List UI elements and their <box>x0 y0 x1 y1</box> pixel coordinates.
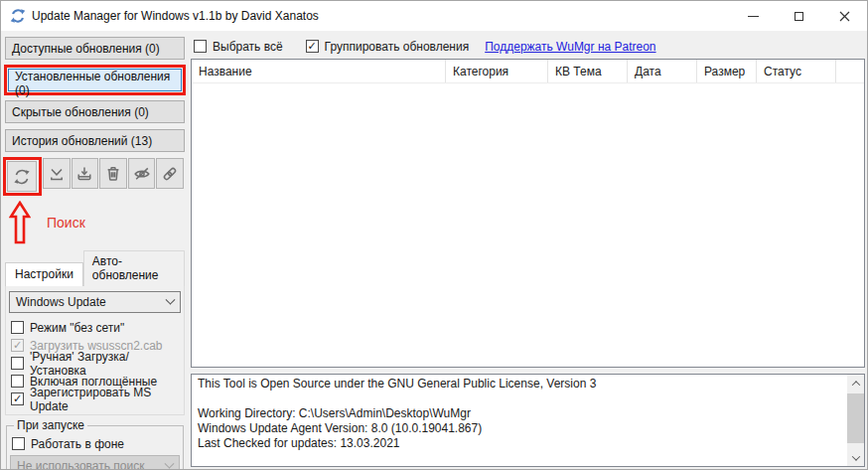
checkbox[interactable] <box>11 321 24 334</box>
annotation-box-refresh <box>3 157 42 196</box>
option-run-in-background[interactable]: Работать в фоне <box>12 435 180 452</box>
app-window: Update Manager for Windows v1.1b by Davi… <box>0 0 868 470</box>
download-icon <box>48 165 66 183</box>
option-offline-mode[interactable]: Режим "без сети" <box>11 319 181 336</box>
updates-table: Название Категория КВ Тема Дата Размер С… <box>191 59 865 368</box>
column-header-size[interactable]: Размер <box>697 60 757 82</box>
column-header-filler <box>836 60 864 82</box>
delete-button[interactable] <box>99 158 127 189</box>
tab-auto-update[interactable]: Авто-обновление <box>83 250 185 286</box>
checkbox[interactable] <box>11 357 24 370</box>
chevron-up-icon <box>851 381 859 389</box>
log-line: Working Directory: C:\Users\Admin\Deskto… <box>198 406 841 421</box>
maximize-icon <box>795 12 803 21</box>
sidebar-item-installed-updates[interactable]: Установленные обновления (0) <box>8 69 182 91</box>
startup-group-title: При запуске <box>14 418 87 432</box>
log-text: This Tool is Open Source under the GNU G… <box>192 375 847 466</box>
sidebar-item-hidden-updates[interactable]: Скрытые обновления (0) <box>5 100 185 123</box>
column-header-status[interactable]: Статус <box>757 60 836 82</box>
install-icon <box>75 165 93 183</box>
option-register-ms-update[interactable]: ✓ Зарегистрировать MS Update <box>11 391 181 407</box>
checkbox: ✓ <box>11 339 24 352</box>
settings-tab-panel: Windows Update Режим "без сети" ✓ Загруз… <box>5 285 185 415</box>
refresh-button[interactable] <box>7 161 37 192</box>
link-button[interactable] <box>156 158 184 189</box>
sidebar: Доступные обновления (0) Установленные о… <box>1 31 188 469</box>
maximize-button[interactable] <box>776 1 821 31</box>
update-source-select[interactable]: Windows Update <box>9 291 181 313</box>
checkbox[interactable]: ✓ <box>11 392 24 405</box>
checkbox[interactable] <box>12 437 25 450</box>
update-toolbar <box>5 158 185 199</box>
refresh-icon <box>13 168 31 186</box>
column-header-kb[interactable]: КВ Тема <box>548 60 628 82</box>
column-header-date[interactable]: Дата <box>628 60 697 82</box>
checkbox[interactable] <box>11 375 24 388</box>
chevron-down-icon <box>165 458 175 468</box>
app-refresh-icon <box>10 8 26 24</box>
update-source-value: Windows Update <box>16 295 106 309</box>
link-icon <box>161 165 179 183</box>
search-annotation-label: Поиск <box>47 215 85 231</box>
startup-group: При запуске Работать в фоне Не использов… <box>6 425 184 469</box>
minimize-button[interactable] <box>730 1 776 31</box>
search-annotation: Поиск <box>9 201 185 244</box>
table-header: Название Категория КВ Тема Дата Размер С… <box>192 60 864 83</box>
trash-icon <box>104 165 122 183</box>
patreon-link[interactable]: Поддержать WuMgr на Patreon <box>485 40 655 54</box>
log-line <box>198 392 841 406</box>
minimize-icon <box>748 16 759 17</box>
log-scrollbar[interactable] <box>847 375 864 466</box>
list-toolbar: Выбрать всё ✓ Группировать обновления По… <box>191 34 865 59</box>
column-header-name[interactable]: Название <box>192 60 446 82</box>
startup-search-mode-select: Не использовать поиск <box>10 455 180 469</box>
table-body[interactable] <box>192 83 864 367</box>
sidebar-item-available-updates[interactable]: Доступные обновления (0) <box>5 37 185 60</box>
select-all-checkbox[interactable]: Выбрать всё <box>194 38 283 55</box>
scroll-down-button[interactable] <box>847 449 864 466</box>
window-title: Update Manager for Windows v1.1b by Davi… <box>32 9 730 23</box>
sidebar-item-update-history[interactable]: История обновлений (13) <box>5 129 185 152</box>
download-button[interactable] <box>43 158 71 189</box>
arrow-up-icon <box>9 201 31 244</box>
close-icon <box>839 11 850 22</box>
checkbox[interactable] <box>194 40 207 53</box>
tab-settings[interactable]: Настройки <box>5 262 83 286</box>
checkbox[interactable]: ✓ <box>306 40 319 53</box>
group-updates-checkbox[interactable]: ✓ Группировать обновления <box>306 38 470 55</box>
scroll-thumb[interactable] <box>847 393 864 443</box>
log-panel: This Tool is Open Source under the GNU G… <box>191 374 865 467</box>
install-button[interactable] <box>72 158 99 189</box>
main-panel: Выбрать всё ✓ Группировать обновления По… <box>188 31 867 469</box>
chevron-down-icon <box>851 452 859 460</box>
annotation-box-installed-updates: Установленные обновления (0) <box>4 65 186 95</box>
column-header-category[interactable]: Категория <box>446 60 548 82</box>
scroll-up-button[interactable] <box>847 375 864 392</box>
chevron-down-icon <box>166 294 176 304</box>
hide-button[interactable] <box>128 158 156 189</box>
settings-tabs: Настройки Авто-обновление <box>5 249 185 285</box>
log-line: This Tool is Open Source under the GNU G… <box>198 377 841 392</box>
titlebar: Update Manager for Windows v1.1b by Davi… <box>1 1 867 31</box>
log-line: Last Checked for updates: 13.03.2021 <box>198 436 841 451</box>
log-line: Windows Update Agent Version: 8.0 (10.0.… <box>198 421 841 436</box>
close-button[interactable] <box>821 1 867 31</box>
eye-slash-icon <box>133 165 151 183</box>
scroll-track[interactable] <box>847 392 864 449</box>
option-manual-install[interactable]: 'Ручная' Загрузка/Установка <box>11 355 181 372</box>
search-mode-value: Не использовать поиск <box>17 459 144 469</box>
